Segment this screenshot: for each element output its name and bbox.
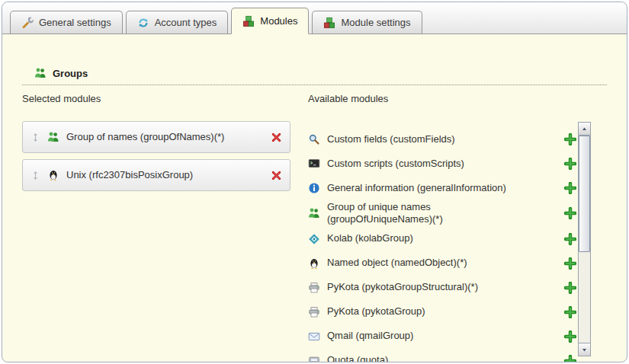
- tab-list: General settings Account types Modules M…: [10, 8, 422, 34]
- selected-modules-list: Group of names (groupOfNames)(*) Unix (r…: [22, 121, 290, 197]
- scrollbar[interactable]: [578, 122, 591, 356]
- arrow-down-icon: [581, 346, 588, 353]
- kolab-icon: [308, 233, 320, 245]
- printer-icon: [308, 282, 320, 294]
- add-module-button[interactable]: [564, 182, 576, 194]
- module-label: Custom fields (customFields): [327, 133, 455, 145]
- add-module-button[interactable]: [564, 306, 576, 318]
- available-module-row: PyKota (pykotaGroupStructural)(*): [308, 276, 576, 300]
- arrow-up-icon: [581, 126, 588, 133]
- selected-modules-heading: Selected modules: [22, 93, 101, 104]
- scrollbar-thumb[interactable]: [579, 136, 590, 252]
- tab-bar: General settings Account types Modules M…: [2, 2, 627, 34]
- available-module-row: General information (generalInformation): [308, 176, 576, 200]
- module-label: Group of names (groupOfNames)(*): [66, 131, 224, 143]
- module-label: Quota (quota): [327, 354, 388, 362]
- modules-icon: [242, 15, 255, 27]
- drag-handle-icon[interactable]: [30, 171, 40, 180]
- add-module-button[interactable]: [564, 355, 576, 363]
- selected-module-row: Group of names (groupOfNames)(*): [22, 121, 290, 153]
- remove-module-button[interactable]: [271, 132, 282, 143]
- modules-icon: [323, 17, 335, 29]
- remove-module-button[interactable]: [271, 170, 282, 181]
- magnifier-icon: [308, 133, 320, 145]
- module-label: General information (generalInformation): [327, 182, 506, 194]
- module-label: Named object (namedObject)(*): [327, 257, 467, 269]
- tab-label: Modules: [260, 15, 297, 27]
- module-label: Unix (rfc2307bisPosixGroup): [66, 169, 193, 181]
- tab-module-settings[interactable]: Module settings: [312, 11, 422, 34]
- mail-icon: [308, 330, 320, 343]
- available-module-row: Qmail (qmailGroup): [308, 324, 576, 349]
- tab-label: General settings: [39, 17, 111, 28]
- configuration-window: General settings Account types Modules M…: [2, 2, 627, 362]
- module-label: Kolab (kolabGroup): [327, 232, 413, 244]
- section-title: Groups: [53, 68, 88, 79]
- available-module-row: Quota (quota): [308, 349, 576, 363]
- group-icon: [34, 67, 47, 79]
- group-icon: [308, 207, 320, 219]
- sync-icon: [137, 17, 149, 29]
- tab-general-settings[interactable]: General settings: [10, 11, 123, 34]
- available-module-row: Group of unique names (groupOfUniqueName…: [308, 200, 576, 227]
- module-label: PyKota (pykotaGroup): [327, 305, 425, 318]
- wrench-icon: [21, 17, 34, 29]
- available-modules-heading: Available modules: [308, 93, 388, 104]
- tab-label: Module settings: [341, 17, 410, 28]
- scroll-down-button[interactable]: [579, 343, 590, 356]
- module-label: Qmail (qmailGroup): [327, 330, 413, 342]
- tab-account-types[interactable]: Account types: [126, 11, 229, 34]
- group-icon: [47, 131, 59, 143]
- module-label: PyKota (pykotaGroupStructural)(*): [327, 281, 478, 293]
- module-label: Custom scripts (customScripts): [327, 158, 464, 170]
- section-heading: Groups: [22, 67, 607, 85]
- tab-label: Account types: [155, 17, 217, 28]
- disk-icon: [308, 355, 320, 363]
- add-module-button[interactable]: [564, 158, 576, 170]
- add-module-button[interactable]: [564, 330, 576, 343]
- available-module-row: Custom fields (customFields): [308, 127, 576, 152]
- available-module-row: Named object (namedObject)(*): [308, 251, 576, 276]
- add-module-button[interactable]: [564, 133, 576, 145]
- info-icon: [308, 182, 320, 194]
- available-module-row: Custom scripts (customScripts): [308, 152, 576, 176]
- available-module-row: PyKota (pykotaGroup): [308, 300, 576, 324]
- tab-modules[interactable]: Modules: [231, 8, 309, 34]
- selected-module-row: Unix (rfc2307bisPosixGroup): [22, 159, 290, 191]
- penguin-icon: [308, 257, 320, 270]
- add-module-button[interactable]: [564, 207, 576, 219]
- add-module-button[interactable]: [564, 282, 576, 294]
- drag-handle-icon[interactable]: [30, 133, 40, 142]
- penguin-icon: [47, 169, 59, 181]
- add-module-button[interactable]: [564, 233, 576, 245]
- module-label: Group of unique names (groupOfUniqueName…: [327, 201, 531, 226]
- scroll-up-button[interactable]: [579, 123, 590, 136]
- add-module-button[interactable]: [564, 257, 576, 270]
- available-modules-list: Custom fields (customFields) Custom scri…: [308, 127, 576, 362]
- available-module-row: Kolab (kolabGroup): [308, 227, 576, 251]
- printer-icon: [308, 306, 320, 318]
- terminal-icon: [308, 158, 320, 170]
